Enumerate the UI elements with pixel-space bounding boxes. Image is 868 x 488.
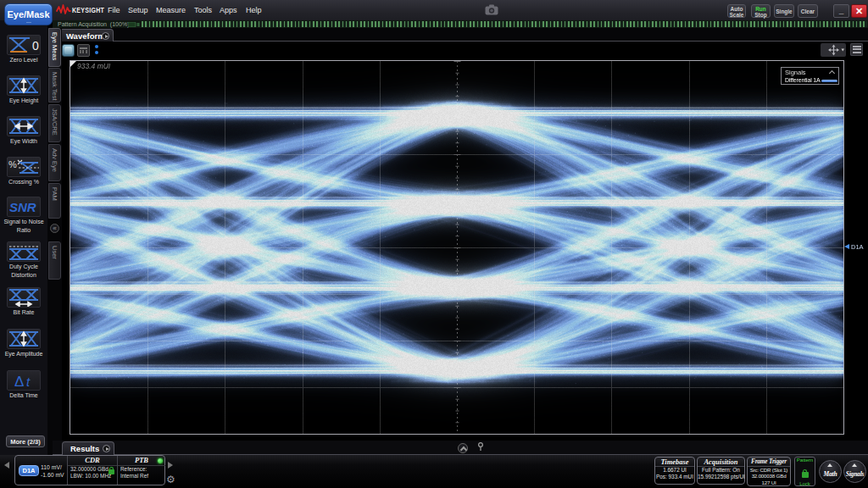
svg-text:%: % [8, 159, 17, 169]
svg-text:t: t [26, 374, 31, 389]
svg-text:Δ: Δ [14, 374, 24, 390]
svg-text:SNR: SNR [9, 200, 36, 214]
svg-text:0: 0 [32, 39, 39, 53]
